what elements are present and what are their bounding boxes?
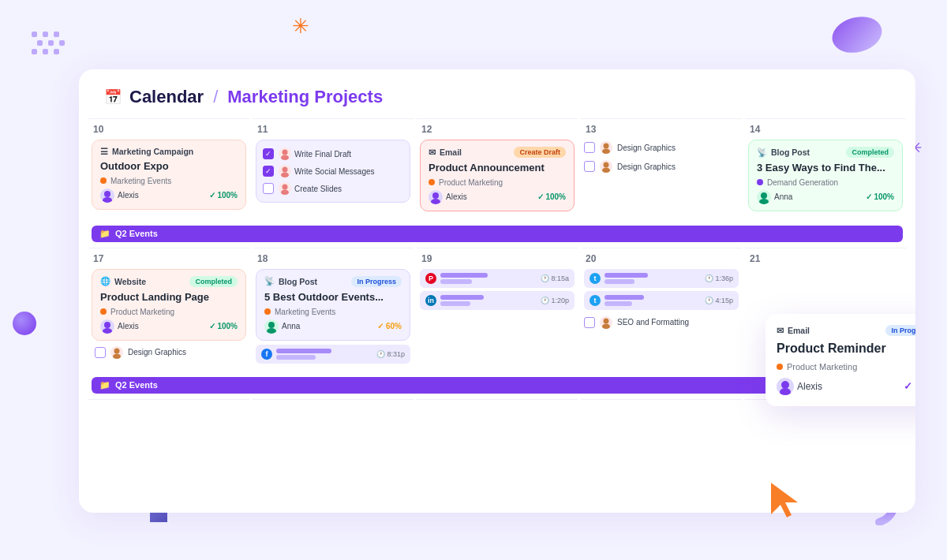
checklist-user-1: Write Final Draft	[279, 147, 351, 160]
sched-bar-t4	[605, 301, 632, 306]
email-title: Product Announcement	[429, 162, 566, 175]
avatar	[100, 189, 114, 203]
day-empty-4	[581, 399, 742, 446]
linkedin-schedule-19: in 🕐 1:20p	[420, 291, 575, 310]
day-10: 10 ☰ Marketing Campaign Outdoor Expo Mar…	[88, 118, 249, 220]
star-orange-decoration: ✳	[292, 14, 309, 39]
website-icon: 🌐	[100, 276, 110, 286]
blog18-user: Anna	[264, 319, 300, 334]
breadcrumb-separator: /	[213, 87, 218, 107]
svg-point-26	[759, 199, 769, 204]
checkbox-3[interactable]	[263, 183, 274, 194]
dg-avatar-2	[600, 160, 612, 173]
email-card-12[interactable]: ✉ Email Create Draft Product Announcemen…	[420, 140, 575, 211]
blog18-pct: ✓ 60%	[377, 322, 402, 330]
checklist-card-11[interactable]: ✓ Write Final Draft ✓ Write Socia	[256, 140, 410, 203]
blog-user: Anna	[757, 190, 792, 204]
linkedin-icon: in	[425, 295, 436, 306]
blog-post-14[interactable]: 📡 Blog Post Completed 3 Easy Ways to Fin…	[748, 140, 903, 211]
pinterest-icon: P	[425, 273, 436, 284]
twitter-time-1: 🕐 1:36p	[705, 274, 733, 282]
website-label: 🌐 Website	[100, 276, 146, 286]
dg-checkbox-2[interactable]	[584, 161, 595, 172]
dg-17-row: Design Graphics	[92, 345, 246, 360]
website-card-17[interactable]: 🌐 Website Completed Product Landing Page…	[92, 269, 246, 341]
svg-rect-7	[43, 49, 48, 54]
pinterest-schedule-19: P 🕐 8:15a	[420, 269, 575, 288]
website-badge: Completed	[189, 276, 238, 287]
linkedin-time: 🕐 1:20p	[541, 297, 569, 304]
email-avatar	[429, 190, 443, 204]
checkbox-1[interactable]: ✓	[263, 148, 274, 159]
blog-post-18[interactable]: 📡 Blog Post In Progress 5 Best Outdoor E…	[256, 269, 410, 341]
blog-cat: Demand Generation	[767, 178, 838, 187]
blog18-avatar	[264, 319, 279, 334]
svg-point-31	[268, 322, 275, 328]
email-label: ✉ Email	[429, 147, 462, 157]
marketing-campaign-card[interactable]: ☰ Marketing Campaign Outdoor Expo Market…	[92, 140, 246, 210]
floating-email-icon: ✉	[777, 326, 784, 335]
svg-point-11	[104, 191, 110, 197]
checklist-item-2: ✓ Write Social Messages	[263, 162, 403, 180]
website-footer: Alexis ✓ 100%	[100, 319, 238, 334]
dg-avatar-1	[600, 141, 612, 154]
blog18-meta: Marketing Events	[264, 308, 402, 316]
day-17: 17 🌐 Website Completed Product Landing P…	[88, 248, 249, 371]
svg-point-15	[283, 167, 288, 173]
email-footer: Alexis ✓ 100%	[429, 190, 566, 204]
day-11-num: 11	[256, 124, 410, 135]
svg-point-21	[604, 144, 609, 149]
floating-email-card[interactable]: ✉ Email In Progress Product Reminder Pro…	[765, 314, 915, 406]
card-title: Outdoor Expo	[100, 160, 238, 174]
breadcrumb-calendar[interactable]: Calendar	[129, 87, 204, 107]
email-pct: ✓ 100%	[537, 192, 566, 201]
email-dot	[429, 179, 435, 185]
checkbox-2[interactable]: ✓	[263, 166, 274, 177]
floating-email-user: Alexis	[777, 378, 822, 395]
floating-in-progress-badge: In Progress	[885, 325, 915, 336]
twitter-icon-1: t	[590, 273, 601, 284]
group-bar-1-row: 📁 Q2 Events	[79, 223, 915, 245]
day-10-num: 10	[92, 124, 246, 135]
dg-17-avatar	[110, 346, 123, 359]
blog18-footer: Anna ✓ 60%	[264, 319, 402, 334]
svg-point-24	[602, 168, 610, 174]
sched-bar-fb	[276, 349, 331, 353]
breadcrumb-page[interactable]: Marketing Projects	[227, 87, 383, 107]
sched-bar-t2	[605, 279, 634, 284]
in-progress-badge: In Progress	[351, 276, 402, 287]
header: 📅 Calendar / Marketing Projects	[79, 69, 915, 118]
twitter-schedule-20-2: t 🕐 4:15p	[584, 291, 739, 310]
avatar-2	[279, 165, 291, 177]
svg-point-19	[432, 192, 439, 199]
sched-bar-p2	[440, 279, 472, 284]
floating-email-avatar	[777, 378, 794, 395]
user-name: Alexis	[118, 191, 139, 200]
main-container: 📅 Calendar / Marketing Projects 10 ☰ Mar…	[79, 69, 915, 513]
dg-checkbox-1[interactable]	[584, 142, 595, 153]
calendar-icon: 📅	[104, 88, 122, 106]
twitter-time-2: 🕐 4:15p	[705, 297, 733, 304]
day-13: 13 Design Graphics Design Graphics	[581, 118, 742, 220]
email-icon: ✉	[429, 147, 436, 157]
sched-bar-t3	[605, 295, 644, 300]
website-meta: Product Marketing	[100, 308, 238, 316]
day-empty-3	[417, 399, 578, 446]
svg-point-14	[281, 155, 289, 161]
sched-bar-p1	[440, 273, 488, 278]
checklist-item-1: ✓ Write Final Draft	[263, 145, 403, 162]
day-18-num: 18	[256, 253, 410, 264]
svg-point-30	[113, 353, 121, 359]
sched-bar-li2	[440, 301, 470, 306]
svg-point-34	[602, 323, 610, 329]
svg-point-22	[602, 149, 610, 155]
seo-checkbox[interactable]	[584, 317, 595, 328]
blog18-dot	[264, 308, 271, 315]
svg-point-13	[283, 150, 288, 155]
blog18-title: 5 Best Outdoor Events...	[264, 291, 402, 304]
dg-17-checkbox[interactable]	[95, 347, 106, 358]
fb-schedule-18: f 🕐 8:31p	[256, 345, 410, 364]
floating-email-dot	[777, 364, 783, 370]
week1-grid: 10 ☰ Marketing Campaign Outdoor Expo Mar…	[79, 118, 915, 220]
svg-marker-37	[771, 483, 798, 517]
